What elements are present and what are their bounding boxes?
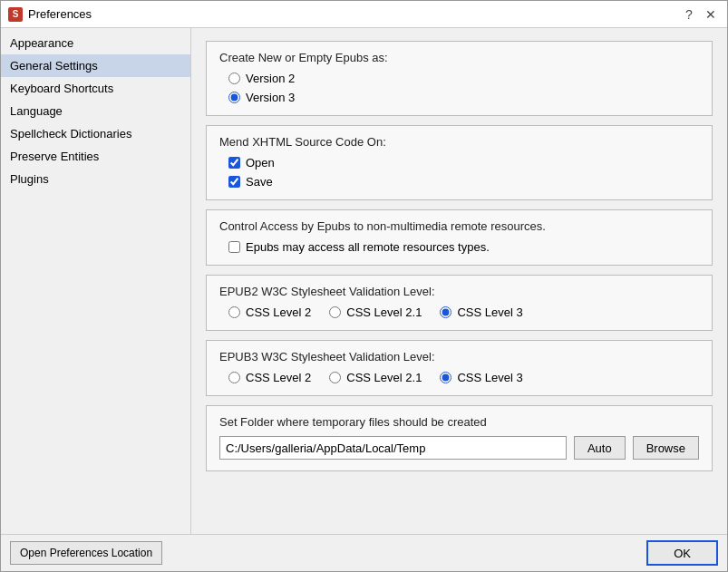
epub-version-2-row: Version 2 bbox=[228, 72, 699, 85]
mend-save-row: Save bbox=[228, 175, 699, 189]
epub3-css2-radio[interactable] bbox=[228, 372, 240, 383]
content-area: Appearance General Settings Keyboard Sho… bbox=[1, 28, 727, 534]
window-controls: ? ✕ bbox=[680, 5, 720, 24]
mend-open-row: Open bbox=[228, 156, 699, 170]
preferences-window: S Preferences ? ✕ Appearance General Set… bbox=[0, 0, 728, 572]
sidebar-item-language[interactable]: Language bbox=[1, 100, 190, 122]
mend-save-label[interactable]: Save bbox=[246, 175, 273, 189]
epub3-css-section: EPUB3 W3C Stylesheet Validation Level: C… bbox=[206, 340, 713, 396]
footer-left: Open Preferences Location bbox=[10, 541, 162, 565]
app-icon: S bbox=[8, 7, 23, 22]
epub2-css3-radio[interactable] bbox=[440, 306, 451, 318]
epub-version-section: Create New or Empty Epubs as: Version 2 … bbox=[206, 41, 713, 116]
epub3-css-title: EPUB3 W3C Stylesheet Validation Level: bbox=[219, 350, 699, 364]
folder-title: Set Folder where temporary files should … bbox=[219, 415, 699, 429]
epub2-css21-radio[interactable] bbox=[329, 306, 341, 318]
epub2-css3-row: CSS Level 3 bbox=[440, 305, 522, 319]
mend-save-checkbox[interactable] bbox=[228, 176, 240, 188]
remote-resources-title: Control Access by Epubs to non-multimedi… bbox=[219, 219, 699, 233]
sidebar-item-spellcheck-dictionaries[interactable]: Spellcheck Dictionaries bbox=[1, 122, 190, 145]
epub3-css3-row: CSS Level 3 bbox=[440, 371, 522, 384]
browse-button[interactable]: Browse bbox=[633, 436, 699, 460]
sidebar-item-appearance[interactable]: Appearance bbox=[1, 32, 190, 54]
epub3-css3-label[interactable]: CSS Level 3 bbox=[457, 371, 522, 384]
epub2-css-radio-group: CSS Level 2 CSS Level 2.1 CSS Level 3 bbox=[219, 305, 699, 319]
epub-version-3-radio[interactable] bbox=[228, 92, 240, 103]
epub2-css3-label[interactable]: CSS Level 3 bbox=[457, 305, 522, 319]
folder-row: Auto Browse bbox=[219, 436, 699, 460]
remote-resources-section: Control Access by Epubs to non-multimedi… bbox=[206, 209, 713, 266]
remote-access-row: Epubs may access all remote resources ty… bbox=[219, 240, 699, 254]
title-bar: S Preferences ? ✕ bbox=[1, 1, 727, 28]
mend-open-label[interactable]: Open bbox=[246, 156, 275, 170]
epub2-css21-label[interactable]: CSS Level 2.1 bbox=[346, 305, 422, 319]
sidebar-item-general-settings[interactable]: General Settings bbox=[1, 54, 190, 77]
epub3-css-radio-group: CSS Level 2 CSS Level 2.1 CSS Level 3 bbox=[219, 371, 699, 384]
help-button[interactable]: ? bbox=[680, 5, 698, 24]
epub-version-radio-group: Version 2 Version 3 bbox=[219, 72, 699, 104]
epub2-css2-radio[interactable] bbox=[228, 306, 240, 318]
epub-version-2-label[interactable]: Version 2 bbox=[246, 72, 295, 85]
epub2-css2-row: CSS Level 2 bbox=[228, 305, 311, 319]
ok-button[interactable]: OK bbox=[646, 540, 718, 566]
epub2-css2-label[interactable]: CSS Level 2 bbox=[246, 305, 311, 319]
epub-version-3-label[interactable]: Version 3 bbox=[246, 91, 295, 104]
epub2-css-section: EPUB2 W3C Stylesheet Validation Level: C… bbox=[206, 275, 713, 331]
mend-xhtml-section: Mend XHTML Source Code On: Open Save bbox=[206, 125, 713, 200]
epub-version-2-radio[interactable] bbox=[228, 73, 240, 84]
sidebar-item-preserve-entities[interactable]: Preserve Entities bbox=[1, 145, 190, 168]
sidebar: Appearance General Settings Keyboard Sho… bbox=[1, 28, 191, 534]
sidebar-item-plugins[interactable]: Plugins bbox=[1, 168, 190, 190]
close-button[interactable]: ✕ bbox=[702, 5, 720, 24]
epub3-css2-row: CSS Level 2 bbox=[228, 371, 311, 384]
window-title: Preferences bbox=[28, 7, 680, 21]
main-content: Create New or Empty Epubs as: Version 2 … bbox=[191, 28, 727, 534]
mend-xhtml-checkbox-group: Open Save bbox=[219, 156, 699, 189]
folder-section: Set Folder where temporary files should … bbox=[206, 405, 713, 471]
remote-access-label[interactable]: Epubs may access all remote resources ty… bbox=[246, 240, 490, 254]
folder-path-input[interactable] bbox=[219, 436, 567, 460]
open-preferences-location-button[interactable]: Open Preferences Location bbox=[10, 541, 162, 565]
epub-version-title: Create New or Empty Epubs as: bbox=[219, 51, 699, 64]
epub3-css21-radio[interactable] bbox=[329, 372, 341, 383]
remote-access-checkbox[interactable] bbox=[228, 241, 240, 253]
sidebar-item-keyboard-shortcuts[interactable]: Keyboard Shortcuts bbox=[1, 77, 190, 100]
epub2-css-title: EPUB2 W3C Stylesheet Validation Level: bbox=[219, 285, 699, 298]
epub-version-3-row: Version 3 bbox=[228, 91, 699, 104]
epub3-css3-radio[interactable] bbox=[440, 372, 451, 383]
epub2-css21-row: CSS Level 2.1 bbox=[329, 305, 422, 319]
epub3-css2-label[interactable]: CSS Level 2 bbox=[246, 371, 311, 384]
footer-right: OK bbox=[646, 540, 718, 566]
mend-xhtml-title: Mend XHTML Source Code On: bbox=[219, 135, 699, 149]
epub3-css21-label[interactable]: CSS Level 2.1 bbox=[346, 371, 422, 384]
epub3-css21-row: CSS Level 2.1 bbox=[329, 371, 422, 384]
mend-open-checkbox[interactable] bbox=[228, 157, 240, 169]
footer: Open Preferences Location OK bbox=[1, 534, 727, 571]
auto-button[interactable]: Auto bbox=[574, 436, 626, 460]
